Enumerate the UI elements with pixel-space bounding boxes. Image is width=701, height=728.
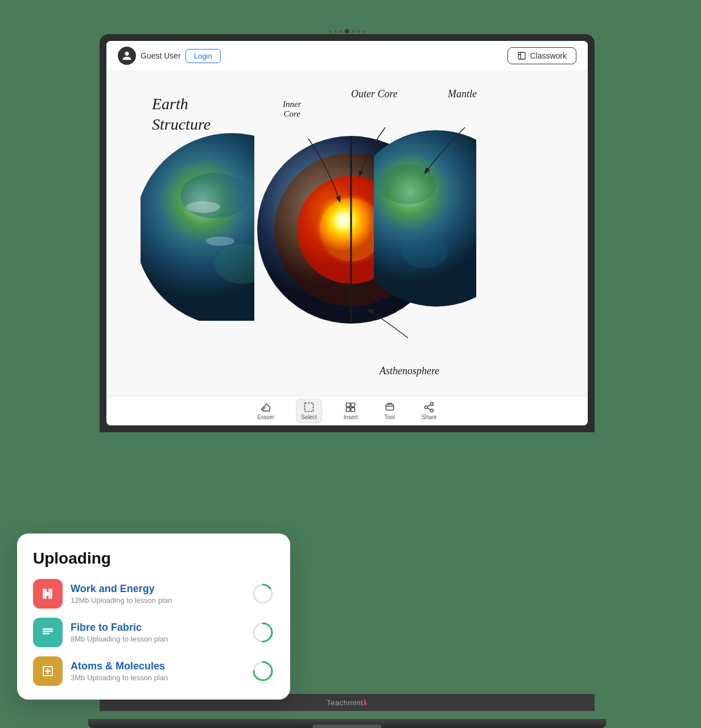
share-icon [423,402,435,413]
svg-rect-0 [518,52,525,59]
upload-list: Work and Energy 12Mb Uploading to lesson… [33,579,274,686]
upload-info-1: Work and Energy 12Mb Uploading to lesson… [71,583,244,605]
tool-tool[interactable]: Tool [380,399,400,423]
laptop-notch [313,725,381,728]
avatar [118,47,136,65]
upload-info-3: Atoms & Molecules 3Mb Uploading to lesso… [71,660,244,682]
svg-rect-21 [304,403,313,412]
camera-dot [352,30,355,33]
laptop-frame: Guest User Login Classwork EarthStructur… [100,34,595,432]
svg-rect-26 [386,404,393,410]
guest-user-label: Guest User [141,51,181,60]
upload-name-3: Atoms & Molecules [71,660,244,672]
user-section: Guest User Login [118,47,221,65]
svg-line-32 [427,404,431,406]
camera-dot [329,30,332,33]
svg-rect-23 [351,403,355,407]
toolbar: Eraser Select Insert [106,396,588,425]
svg-point-9 [206,237,234,246]
classwork-label: Classwork [530,51,567,60]
tool-label-text: Tool [385,414,395,420]
svg-point-16 [348,130,525,307]
add-icon [41,664,55,678]
upload-icon-3 [33,656,63,686]
svg-point-18 [402,237,448,268]
svg-point-8 [186,201,220,213]
svg-rect-24 [347,408,350,412]
svg-rect-25 [351,408,355,412]
play-icon [41,587,55,601]
laptop-base [88,719,606,728]
upload-panel: Uploading Work and Energy 12Mb Uploading… [17,533,290,700]
svg-point-29 [425,406,428,409]
insert-label: Insert [344,414,358,420]
svg-point-17 [380,164,436,204]
svg-point-6 [180,173,249,218]
upload-item-2: Fibre to Fabric 8Mb Uploading to lesson … [33,618,274,647]
laptop-screen: Guest User Login Classwork EarthStructur… [106,41,588,425]
share-label: Share [422,414,437,420]
svg-point-30 [431,409,434,412]
select-label: Select [301,414,317,420]
upload-name-1: Work and Energy [71,583,244,595]
select-icon [303,402,315,413]
brand-name: Teachmint [327,698,363,707]
svg-rect-22 [347,403,350,407]
insert-icon [345,402,356,413]
upload-item-1: Work and Energy 12Mb Uploading to lesson… [33,579,274,609]
upload-progress-3 [251,660,274,682]
svg-line-31 [427,408,431,410]
upload-meta-2: 8Mb Uploading to lesson plan [71,635,244,643]
camera-dot [339,30,342,33]
text-icon [41,626,55,639]
tool-select[interactable]: Select [296,399,322,423]
upload-name-2: Fibre to Fabric [71,622,244,634]
tool-eraser[interactable]: Eraser [253,399,279,423]
app-header: Guest User Login Classwork [106,41,588,71]
camera-dot [334,30,337,33]
upload-progress-2 [251,621,274,644]
upload-icon-1 [33,579,63,609]
eraser-icon [260,402,271,413]
upload-meta-3: 3Mb Uploading to lesson plan [71,673,244,682]
brand-suffix: λ [363,698,368,707]
tool-insert[interactable]: Insert [339,399,362,423]
camera-dot [357,30,360,33]
camera-lens [344,28,350,34]
camera-dot [362,30,365,33]
svg-point-28 [431,403,434,406]
tool-icon [384,402,395,413]
upload-title: Uploading [33,549,274,568]
upload-progress-1 [251,582,274,605]
upload-info-2: Fibre to Fabric 8Mb Uploading to lesson … [71,622,244,643]
camera-bar [329,28,365,34]
classwork-button[interactable]: Classwork [508,47,576,64]
upload-meta-1: 12Mb Uploading to lesson plan [71,596,244,605]
login-button[interactable]: Login [185,49,221,63]
upload-item-3: Atoms & Molecules 3Mb Uploading to lesso… [33,656,274,686]
upload-icon-2 [33,618,63,647]
tool-share[interactable]: Share [417,399,442,423]
brand-label: Teachmintλ [327,698,367,707]
whiteboard[interactable]: EarthStructure InnerCore Outer Core Mant… [106,71,588,394]
eraser-label: Eraser [258,414,274,420]
earth-diagram-svg [106,71,588,394]
